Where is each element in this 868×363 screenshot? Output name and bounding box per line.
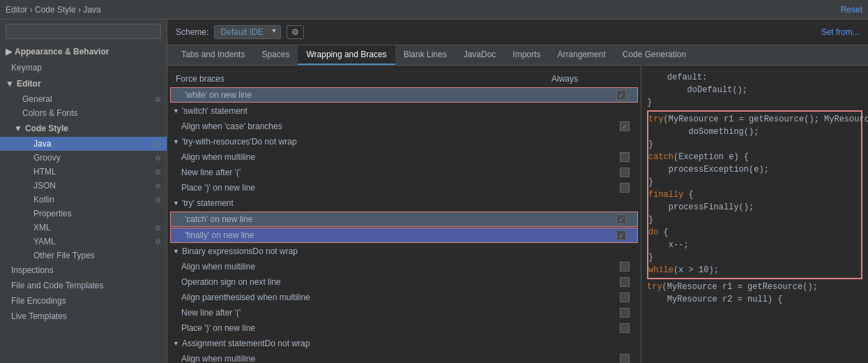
settings-icon: ⚙ [155,96,161,103]
content-area: Scheme: Default IDE ⚙ Set from... Tabs a… [167,20,868,363]
sidebar-item-json[interactable]: JSON ⚙ [0,179,167,193]
top-bar: Editor › Code Style › Java Reset [0,0,868,20]
tab-spaces[interactable]: Spaces [253,45,298,65]
settings-row-force-braces: Force braces Always [167,71,641,87]
settings-icon-html: ⚙ [155,168,161,176]
settings-row-while-new-line: 'while' on new line [170,87,638,103]
settings-row-newline-after-bin: New line after '(' [167,305,641,320]
sidebar-item-editor[interactable]: ▼ Editor [0,75,167,92]
code-preview: default: doDefault(); } try(MyResource r… [641,66,868,363]
checkbox-while[interactable] [616,90,626,100]
settings-row-finally-new-line: 'finally' on new line [170,228,638,243]
settings-row-place-rp-bin: Place ')' on new line [167,320,641,336]
sidebar-item-xml[interactable]: XML ⚙ [0,221,167,235]
settings-row-try-with-resources: ▼'try-with-resources' Do not wrap [167,134,641,149]
checkbox-align-assign[interactable] [620,354,630,363]
settings-icon-json: ⚙ [155,182,161,190]
settings-row-switch: ▼'switch' statement [167,103,641,119]
tab-arrangement[interactable]: Arrangement [549,45,614,65]
settings-icon-java: ⚙ [155,140,161,148]
sidebar-item-appearance[interactable]: ▶ Appearance & Behavior [0,43,167,60]
chevron-down-icon: ▼ [6,79,14,89]
scheme-label: Scheme: [176,27,208,37]
settings-icon-groovy: ⚙ [155,154,161,162]
tab-tabs-indents[interactable]: Tabs and Indents [173,45,253,65]
breadcrumb: Editor › Code Style › Java [6,5,101,15]
scheme-select[interactable]: Default IDE [214,25,281,39]
scheme-gear-button[interactable]: ⚙ [287,25,304,39]
chevron-right-icon: ▶ [6,47,12,57]
sidebar-item-file-encodings[interactable]: File Encodings [0,293,167,309]
checkbox-newline-bin[interactable] [620,308,630,318]
tab-code-generation[interactable]: Code Generation [614,45,694,65]
checkbox-align-bin[interactable] [620,262,630,272]
set-from-link[interactable]: Set from... [821,27,860,37]
sidebar-item-yaml[interactable]: YAML ⚙ [0,235,167,249]
sidebar-item-keymap[interactable]: Keymap [0,60,167,75]
tab-blank-lines[interactable]: Blank Lines [395,45,455,65]
sidebar-item-other-file-types[interactable]: Other File Types [0,249,167,262]
settings-row-assignment: ▼Assignment statement Do not wrap [167,336,641,351]
settings-row-align-multiline-bin: Align when multiline [167,259,641,274]
settings-row-try-statement: ▼'try' statement [167,195,641,211]
checkbox-place-rp-trwr[interactable] [620,183,630,193]
settings-row-binary: ▼Binary expressions Do not wrap [167,244,641,259]
settings-panel: Force braces Always 'while' on new line … [167,66,641,363]
checkbox-align-multiline-trwr[interactable] [620,152,630,162]
sidebar-item-html[interactable]: HTML ⚙ [0,165,167,179]
settings-row-place-rp-trwr: Place ')' on new line [167,180,641,195]
sidebar-item-properties[interactable]: Properties [0,207,167,221]
sidebar-item-kotlin[interactable]: Kotlin ⚙ [0,193,167,207]
scheme-bar: Scheme: Default IDE ⚙ Set from... [167,20,868,45]
sidebar-item-general[interactable]: General ⚙ [0,92,167,106]
checkbox-op-sign[interactable] [620,277,630,287]
settings-row-align-paren: Align parenthesised when multiline [167,290,641,305]
checkbox-align-paren[interactable] [620,292,630,302]
sidebar: ▶ Appearance & Behavior Keymap ▼ Editor … [0,20,167,363]
settings-icon-yaml: ⚙ [155,238,161,246]
sidebar-item-groovy[interactable]: Groovy ⚙ [0,151,167,165]
settings-row-newline-after-trwr: New line after '(' [167,165,641,180]
checkbox-place-rp-bin[interactable] [620,323,630,333]
checkbox-align-case[interactable] [620,121,630,131]
sidebar-item-colors-fonts[interactable]: Colors & Fonts [0,106,167,120]
settings-row-align-multiline-trwr: Align when multiline [167,149,641,165]
settings-row-catch-new-line: 'catch' on new line [170,212,638,227]
reset-button[interactable]: Reset [841,5,862,15]
sidebar-item-code-style[interactable]: ▼ Code Style [0,120,167,137]
tab-imports[interactable]: Imports [504,45,549,65]
sidebar-item-live-templates[interactable]: Live Templates [0,309,167,324]
tab-wrapping-braces[interactable]: Wrapping and Braces [298,45,395,65]
settings-row-op-sign: Operation sign on next line [167,274,641,290]
settings-icon-xml: ⚙ [155,224,161,232]
checkbox-finally[interactable] [616,230,626,240]
tabs-bar: Tabs and Indents Spaces Wrapping and Bra… [167,45,868,66]
checkbox-catch[interactable] [616,214,626,224]
settings-row-align-case: Align when 'case' branches [167,119,641,134]
chevron-down-icon2: ▼ [14,124,22,133]
settings-row-align-multiline-assign: Align when multiline [167,351,641,363]
sidebar-item-file-code-templates[interactable]: File and Code Templates [0,278,167,293]
settings-icon-kotlin: ⚙ [155,196,161,204]
tab-javadoc[interactable]: JavaDoc [455,45,505,65]
sidebar-item-java[interactable]: Java ⚙ [0,137,167,151]
checkbox-newline-trwr[interactable] [620,168,630,177]
search-input[interactable] [6,24,161,39]
sidebar-item-inspections[interactable]: Inspections [0,262,167,278]
